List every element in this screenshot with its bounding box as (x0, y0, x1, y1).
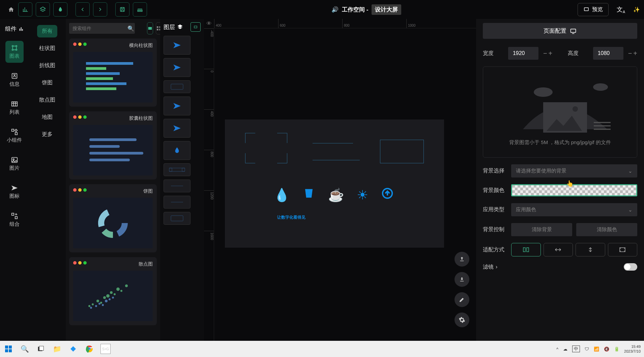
components-header: 组件 (5, 25, 24, 33)
sub-more[interactable]: 更多 (37, 128, 57, 141)
layer-item[interactable] (164, 119, 191, 138)
component-card[interactable]: 横向柱状图 (69, 38, 157, 107)
tray-onedrive-icon[interactable]: ☁ (563, 347, 567, 352)
component-card[interactable]: 胶囊柱状图 (69, 111, 157, 180)
coffee-icon[interactable]: ☕ (328, 188, 344, 202)
page-config-tab[interactable]: 页面配置 (483, 23, 637, 39)
category-compose[interactable]: 组合 (5, 209, 24, 231)
undo-button[interactable] (76, 2, 90, 17)
layer-item[interactable] (164, 212, 191, 225)
category-icon[interactable]: 图标 (5, 181, 24, 203)
category-info[interactable]: 信息 (5, 69, 24, 91)
chart-tool-button[interactable] (18, 2, 32, 17)
language-icon[interactable]: 文A (617, 5, 625, 14)
bg-color-swatch[interactable]: 👆 (511, 184, 637, 196)
svg-rect-4 (584, 8, 588, 11)
height-input[interactable] (593, 47, 623, 60)
sub-map[interactable]: 地图 (37, 111, 57, 123)
drop-tool-button[interactable] (53, 2, 67, 17)
layer-item[interactable] (164, 180, 191, 192)
tray-ime[interactable]: 中 (572, 346, 580, 352)
layer-item[interactable] (164, 58, 191, 77)
search-taskbar-icon[interactable]: 🔍 (20, 344, 30, 354)
clear-color-button[interactable]: 清除颜色 (576, 223, 637, 236)
chrome-icon[interactable] (84, 344, 94, 354)
layer-item[interactable] (164, 97, 191, 115)
bg-select[interactable]: 请选择您要使用的背景⌄ (511, 164, 637, 177)
layers-tool-button[interactable] (36, 2, 50, 17)
fit-option-2[interactable] (544, 243, 573, 256)
cup-icon[interactable] (302, 187, 315, 203)
height-increment[interactable]: + (633, 50, 637, 57)
app-icon-2[interactable]: S>G (100, 344, 111, 354)
svg-rect-66 (9, 346, 12, 349)
sub-line[interactable]: 折线图 (34, 59, 60, 72)
filter-toggle[interactable] (624, 263, 637, 271)
layer-item[interactable] (164, 141, 191, 160)
start-button[interactable] (3, 344, 13, 354)
category-widget[interactable]: 小组件 (5, 125, 24, 147)
save-button[interactable] (115, 2, 129, 17)
tray-volume-icon[interactable]: 🔇 (604, 347, 609, 352)
magic-icon[interactable]: ✨ (633, 6, 640, 13)
layer-item[interactable] (164, 163, 191, 176)
fit-option-4[interactable] (608, 243, 638, 256)
search-icon[interactable]: 🔍 (127, 25, 134, 32)
svg-point-5 (12, 46, 13, 47)
artboard[interactable]: 💧 ☕ ☀ 让数字化看得见 (225, 119, 444, 248)
sub-pie[interactable]: 饼图 (37, 77, 57, 89)
layer-item[interactable] (164, 196, 191, 209)
canvas-text[interactable]: 让数字化看得见 (277, 215, 305, 220)
svg-rect-15 (11, 213, 13, 215)
category-list[interactable]: 列表 (5, 97, 24, 119)
app-icon-1[interactable] (68, 344, 78, 354)
visibility-icon[interactable]: 👁 (204, 19, 214, 28)
float-settings-button[interactable] (455, 312, 469, 327)
export-button[interactable] (133, 2, 147, 17)
clear-bg-button[interactable]: 清除背景 (511, 223, 572, 236)
fit-option-1[interactable] (511, 243, 541, 256)
sub-bar[interactable]: 柱状图 (34, 42, 60, 55)
component-card[interactable]: 散点图 (69, 257, 157, 325)
tray-clock[interactable]: 15:49 2023/7/10 (624, 344, 641, 354)
sub-scatter[interactable]: 散点图 (34, 94, 60, 106)
upload-icon[interactable] (381, 187, 394, 203)
preview-button[interactable]: 预览 (578, 3, 609, 16)
taskview-icon[interactable] (36, 344, 46, 354)
app-type-select[interactable]: 应用颜色⌄ (511, 203, 637, 216)
canvas[interactable]: 👁 4006008001000 -400040080012001600 💧 ☕ … (204, 19, 476, 341)
height-decrement[interactable]: − (628, 50, 632, 57)
category-image[interactable]: 图片 (5, 153, 24, 175)
sun-icon[interactable]: ☀ (357, 188, 368, 202)
layer-item[interactable] (164, 80, 191, 93)
fit-option-3[interactable] (576, 243, 605, 256)
layer-mode-button[interactable] (191, 22, 201, 32)
width-decrement[interactable]: − (543, 50, 547, 57)
svg-rect-30 (89, 152, 143, 155)
list-view-button[interactable] (156, 22, 160, 34)
layer-item[interactable] (164, 36, 191, 55)
app-type-label: 应用类型 (483, 206, 506, 213)
component-card[interactable]: 饼图 (69, 184, 157, 252)
width-input[interactable] (508, 47, 538, 60)
redo-button[interactable] (93, 2, 107, 17)
home-button[interactable] (4, 2, 18, 17)
width-increment[interactable]: + (549, 50, 553, 57)
tray-shield-icon[interactable]: 🛡 (585, 347, 589, 352)
search-input[interactable] (69, 23, 135, 34)
svg-rect-18 (157, 26, 158, 28)
float-edit-button[interactable] (455, 292, 469, 307)
tray-battery-icon[interactable]: 🔋 (614, 347, 619, 352)
tray-wifi-icon[interactable]: 📶 (594, 347, 599, 352)
category-chart[interactable]: 图表 (5, 41, 24, 63)
svg-rect-68 (9, 349, 12, 352)
grid-view-button[interactable] (147, 22, 153, 34)
tray-chevron-icon[interactable]: ^ (556, 347, 558, 352)
bg-upload-area[interactable]: 背景图需小于 5M ，格式为 png/jpg/gif 的文件 (483, 66, 637, 158)
sub-all[interactable]: 所有 (37, 25, 57, 37)
explorer-icon[interactable]: 📁 (52, 344, 62, 354)
svg-rect-27 (86, 87, 116, 90)
float-upload-button[interactable] (455, 252, 469, 267)
drop-icon[interactable]: 💧 (274, 188, 290, 202)
float-download-button[interactable] (455, 272, 469, 287)
